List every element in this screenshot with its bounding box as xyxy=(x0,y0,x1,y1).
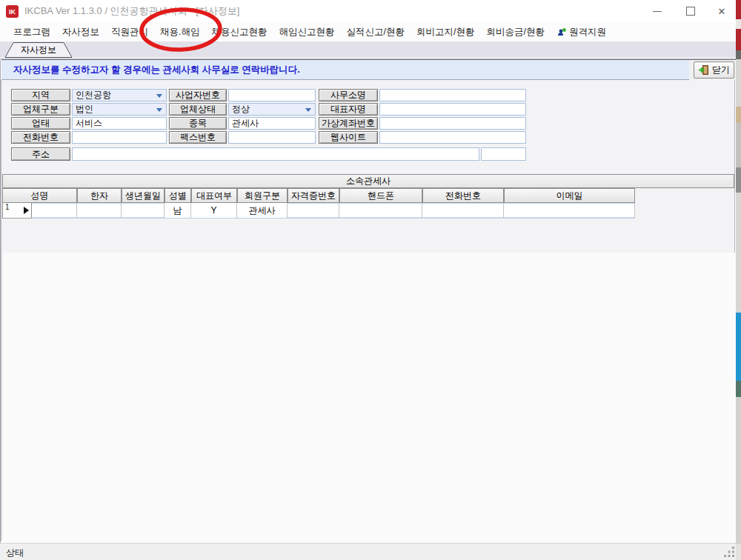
sliver-segment xyxy=(736,29,741,50)
grid-cell-생년월일[interactable] xyxy=(122,203,165,219)
field-label-address: 주소 xyxy=(11,147,70,161)
exit-door-icon xyxy=(698,64,709,76)
close-button-label: 닫기 xyxy=(712,64,730,76)
minimize-icon xyxy=(653,11,662,12)
chevron-down-icon[interactable] xyxy=(156,108,162,115)
field-label-phone: 전화번호 xyxy=(11,131,70,144)
grid-column-header-5[interactable]: 대표여부 xyxy=(191,188,237,203)
notice-text: 자사정보를 수정하고자 할 경우에는 관세사회 사무실로 연락바랍니다. xyxy=(13,64,300,76)
input-biz_kind[interactable]: 서비스 xyxy=(72,117,167,130)
grid-column-header-10[interactable]: 이메일 xyxy=(504,188,635,203)
grid-cell-성명[interactable] xyxy=(32,203,77,219)
window-title: IKCBA Ver 1.1.3.0 / 인천공항관세사회 - [자사정보] xyxy=(24,0,239,22)
chevron-down-icon[interactable] xyxy=(156,94,162,101)
grid-row-selector[interactable]: 1 xyxy=(2,203,32,219)
combo-corp_type[interactable]: 법인 xyxy=(72,103,167,116)
field-value-corp_type: 법인 xyxy=(76,103,93,116)
close-button[interactable]: 닫기 xyxy=(694,61,734,79)
grid-cell-한자[interactable] xyxy=(77,203,122,219)
menu-item-1[interactable]: 프로그램 xyxy=(7,26,56,39)
menu-item-2[interactable]: 자사정보 xyxy=(56,26,105,39)
field-label-office_name: 사무소명 xyxy=(319,89,378,101)
sliver-segment xyxy=(736,59,741,107)
sliver-segment xyxy=(736,397,741,544)
notice-panel: 자사정보를 수정하고자 할 경우에는 관세사회 사무실로 연락바랍니다. xyxy=(1,59,689,80)
field-label-biz_item: 종목 xyxy=(169,117,227,130)
grid-cell-대표여부[interactable]: Y xyxy=(191,203,237,219)
grid-column-header-9[interactable]: 전화번호 xyxy=(422,188,504,203)
field-label-website: 웹사이트 xyxy=(319,131,378,144)
sliver-segment xyxy=(736,0,741,19)
grid-column-header-3[interactable]: 생년월일 xyxy=(122,188,165,203)
chevron-down-icon[interactable] xyxy=(305,108,311,115)
input-biz_item[interactable]: 관세사 xyxy=(228,117,316,130)
input-office_name[interactable] xyxy=(379,89,526,101)
app-window: IK IKCBA Ver 1.1.3.0 / 인천공항관세사회 - [자사정보]… xyxy=(0,0,741,560)
input-address_extra[interactable] xyxy=(481,147,526,161)
sliver-segment xyxy=(736,123,741,167)
sliver-segment xyxy=(736,167,741,193)
field-label-region: 지역 xyxy=(11,89,70,101)
menu-item-label: 원격지원 xyxy=(569,26,606,39)
tab-company-info[interactable]: 자사정보 xyxy=(4,42,73,58)
tab-label: 자사정보 xyxy=(4,44,73,56)
grid-cell-성별[interactable]: 남 xyxy=(165,203,191,219)
grid-row-number: 1 xyxy=(5,203,10,211)
menu-item-5[interactable]: 채용신고현황 xyxy=(205,26,273,39)
input-virtual_account[interactable] xyxy=(379,117,526,130)
grid-cell-회원구분[interactable]: 관세사 xyxy=(237,203,288,219)
input-website[interactable] xyxy=(379,131,526,144)
menu-item-9[interactable]: 회비송금/현황 xyxy=(480,26,550,39)
minimize-button[interactable] xyxy=(646,0,668,22)
input-address[interactable] xyxy=(72,147,479,161)
sliver-segment xyxy=(736,193,741,313)
grid-cell-이메일[interactable] xyxy=(504,203,635,219)
titlebar: IK IKCBA Ver 1.1.3.0 / 인천공항관세사회 - [자사정보]… xyxy=(0,0,741,22)
grid-cell-전화번호[interactable] xyxy=(422,203,504,219)
resize-grip[interactable] xyxy=(724,547,735,558)
background-window-sliver xyxy=(736,0,741,560)
input-ceo_name[interactable] xyxy=(379,103,526,116)
field-value-biz_item: 관세사 xyxy=(232,117,259,130)
grid-column-header-7[interactable]: 자격증번호 xyxy=(288,188,339,203)
grid-column-header-6[interactable]: 회원구분 xyxy=(237,188,288,203)
field-value-biz_kind: 서비스 xyxy=(76,117,102,130)
field-label-corp_status: 업체상태 xyxy=(169,103,227,116)
menu-item-7[interactable]: 실적신고/현황 xyxy=(340,26,410,39)
combo-corp_status[interactable]: 정상 xyxy=(228,103,316,116)
grid-column-header-4[interactable]: 성별 xyxy=(165,188,191,203)
menubar: 프로그램자사정보직원관리채용.해임채용신고현황해임신고현황실적신고/현황회비고지… xyxy=(0,22,741,41)
menu-item-4[interactable]: 채용.해임 xyxy=(154,26,205,39)
grid-column-header-1[interactable]: 성명 xyxy=(2,188,77,203)
field-value-region: 인천공항 xyxy=(76,89,111,101)
close-icon: ✕ xyxy=(718,6,726,17)
menu-item-label: 회비송금/현황 xyxy=(486,26,544,39)
grid-column-header-8[interactable]: 핸드폰 xyxy=(339,188,422,203)
field-label-corp_type: 업체구분 xyxy=(11,103,70,116)
close-window-button[interactable]: ✕ xyxy=(711,0,733,22)
menu-item-10[interactable]: 원격지원 xyxy=(551,26,612,39)
menu-item-label: 프로그램 xyxy=(13,26,50,39)
menu-item-label: 회비고지/현황 xyxy=(416,26,474,39)
status-text: 상태 xyxy=(6,547,24,559)
menu-item-label: 자사정보 xyxy=(62,26,99,39)
statusbar: 상태 xyxy=(0,543,741,560)
grid-cell-자격증번호[interactable] xyxy=(288,203,339,219)
menu-item-6[interactable]: 해임신고현황 xyxy=(273,26,340,39)
grid-cell-핸드폰[interactable] xyxy=(339,203,422,219)
field-label-virtual_account: 가상계좌번호 xyxy=(319,117,378,130)
maximize-icon xyxy=(686,7,695,16)
combo-region[interactable]: 인천공항 xyxy=(72,89,167,101)
input-biz_no[interactable] xyxy=(228,89,316,101)
grid-column-header-2[interactable]: 한자 xyxy=(77,188,122,203)
sliver-segment xyxy=(736,313,741,381)
sliver-segment xyxy=(736,19,741,29)
remote-support-icon xyxy=(556,27,566,37)
maximize-button[interactable] xyxy=(679,0,702,22)
input-fax[interactable] xyxy=(228,131,316,144)
menu-item-8[interactable]: 회비고지/현황 xyxy=(411,26,480,39)
menu-item-3[interactable]: 직원관리 xyxy=(105,26,154,39)
menu-item-label: 채용신고현황 xyxy=(211,26,267,39)
input-phone[interactable] xyxy=(72,131,167,144)
grid-group-header: 소속관세사 xyxy=(2,174,734,188)
